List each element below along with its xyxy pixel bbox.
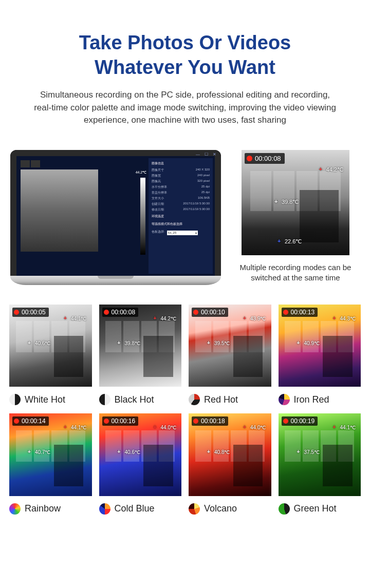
palette-swatch-icon bbox=[99, 394, 110, 405]
recording-timer: 00:00:16 bbox=[112, 418, 136, 425]
palette-name: Black Hot bbox=[115, 394, 154, 405]
palette-thumbnail: 00:00:0544.1℃40.6℃ bbox=[9, 305, 92, 387]
header: Take Photos Or Videos Whatever You Want … bbox=[0, 0, 370, 137]
recording-badge: 00:00:14 bbox=[12, 416, 49, 426]
info-key: 文件大小 bbox=[152, 196, 164, 201]
info-key: 修改日期 bbox=[152, 207, 164, 212]
info-key: 垂直分辨率 bbox=[152, 191, 167, 195]
palette-label-row: Green Hot bbox=[279, 503, 361, 515]
recording-badge: 00:00:18 bbox=[192, 416, 228, 426]
palette-label-row: Black Hot bbox=[99, 394, 182, 405]
palette-swatch-icon bbox=[9, 394, 21, 405]
info-header: 图像信息 bbox=[152, 161, 210, 166]
record-icon bbox=[104, 419, 109, 424]
info-key: 图像尺寸 bbox=[152, 168, 164, 173]
palette-card: 00:00:0844.2℃39.8℃Black Hot bbox=[99, 305, 182, 406]
temp-marker-mid: 39.8℃ bbox=[125, 340, 140, 346]
info-key: 图像高 bbox=[152, 179, 161, 184]
palette-name: Iron Red bbox=[294, 394, 329, 405]
palette-thumbnail: 00:00:1644.0℃40.6℃ bbox=[99, 413, 182, 496]
laptop-screen: — ☐ ✕ 44.2℃ 图像信息 图像尺寸240 X 320图像宽240 pix… bbox=[10, 150, 221, 276]
title-line-1: Take Photos Or Videos bbox=[79, 32, 291, 53]
info-row: 创建日期2017/11/19 5:30:30 bbox=[152, 202, 210, 206]
temp-marker-mid: 40.6℃ bbox=[125, 449, 140, 455]
palette-card: 00:00:1344.3℃40.9℃Iron Red bbox=[279, 305, 361, 406]
page-title: Take Photos Or Videos Whatever You Want bbox=[15, 31, 355, 80]
side-preview: 00:00:08 44.2℃ 39.8℃ 22.6℃ Multiple reco… bbox=[231, 150, 360, 283]
thumbnail[interactable] bbox=[31, 160, 40, 167]
info-value: 25 dpi bbox=[201, 185, 210, 189]
recording-timer: 00:00:08 bbox=[112, 309, 136, 316]
temp-marker-mid: 40.8℃ bbox=[214, 449, 230, 455]
info-row: 修改日期2017/11/19 5:30:30 bbox=[152, 207, 210, 212]
scale-top-temp: 44.2℃ bbox=[136, 170, 147, 175]
temp-marker-high: 44.1℃ bbox=[340, 425, 356, 430]
temp-marker-mid: 40.9℃ bbox=[304, 340, 320, 346]
recording-badge: 00:00:19 bbox=[282, 416, 318, 426]
recording-badge: 00:00:16 bbox=[102, 416, 139, 426]
close-icon[interactable]: ✕ bbox=[211, 152, 218, 157]
recording-badge: 00:00:05 bbox=[12, 308, 49, 317]
temp-marker-low: 22.6℃ bbox=[285, 238, 302, 245]
palette-thumbnail: 00:00:1944.1℃37.5℃ bbox=[279, 413, 361, 496]
info-value: 2017/11/19 5:30:30 bbox=[183, 207, 210, 212]
info-key: 水平分辨率 bbox=[152, 185, 167, 189]
palette-name: Rainbow bbox=[25, 503, 61, 514]
title-line-2: Whatever You Want bbox=[95, 56, 275, 78]
gradient-scale: 44.2℃ bbox=[100, 158, 149, 274]
temp-marker-mid: 37.5℃ bbox=[304, 449, 320, 455]
info-value: 25 dpi bbox=[201, 191, 210, 195]
palette-swatch-icon bbox=[9, 503, 21, 515]
laptop-base bbox=[10, 276, 221, 285]
temp-marker-high: 44.0℃ bbox=[250, 425, 266, 430]
record-icon bbox=[283, 310, 288, 315]
temp-marker-high: 43.9℃ bbox=[250, 316, 266, 321]
recording-timer: 00:00:05 bbox=[22, 309, 46, 316]
recording-timer: 00:00:19 bbox=[291, 418, 315, 425]
info-row: 文件大小106.5KB bbox=[152, 196, 210, 201]
palette-thumbnail: 00:00:0844.2℃39.8℃ bbox=[99, 305, 182, 387]
palette-card: 00:00:1043.9℃39.5℃Red Hot bbox=[189, 305, 271, 406]
palette-swatch-icon bbox=[189, 394, 200, 405]
recording-timer: 00:00:14 bbox=[22, 418, 46, 425]
palette-swatch-icon bbox=[279, 503, 290, 515]
palette-label-row: Iron Red bbox=[279, 394, 361, 405]
temp-marker-mid: 40.7℃ bbox=[35, 449, 50, 455]
info-value: 2017/11/19 5:30:30 bbox=[183, 202, 210, 206]
temp-marker-high: 44.1℃ bbox=[71, 316, 86, 321]
palette-label-row: Volcano bbox=[189, 503, 271, 515]
gradient-bar bbox=[140, 178, 145, 255]
record-icon bbox=[283, 419, 288, 424]
recording-badge: 00:00:13 bbox=[282, 308, 318, 317]
palette-thumbnail: 00:00:1444.1℃40.7℃ bbox=[9, 413, 92, 496]
temp-marker-high: 44.2℃ bbox=[161, 316, 176, 321]
palette-swatch-icon bbox=[279, 394, 290, 405]
thermal-preview bbox=[21, 169, 98, 252]
temp-marker-high: 44.3℃ bbox=[340, 316, 356, 321]
palette-card: 00:00:1944.1℃37.5℃Green Hot bbox=[279, 413, 361, 515]
palette-name: Volcano bbox=[204, 503, 237, 514]
recording-badge: 00:00:08 bbox=[245, 153, 285, 164]
software-preview-pane bbox=[18, 158, 100, 274]
info-key: 创建日期 bbox=[152, 202, 164, 206]
minimize-icon[interactable]: — bbox=[194, 152, 201, 157]
record-icon bbox=[14, 419, 19, 424]
maximize-icon[interactable]: ☐ bbox=[202, 152, 210, 157]
palette-name: Red Hot bbox=[204, 394, 238, 405]
section-2-label: 等温线模式和色板选择 bbox=[152, 222, 210, 226]
record-icon bbox=[193, 310, 198, 315]
palette-card: 00:00:0544.1℃40.6℃White Hot bbox=[9, 305, 92, 406]
palette-card: 00:00:1444.1℃40.7℃Rainbow bbox=[9, 413, 92, 515]
recording-badge: 00:00:08 bbox=[102, 308, 139, 317]
env-temp-label: 环境温度 bbox=[152, 214, 210, 219]
recording-timer: 00:00:10 bbox=[201, 309, 225, 316]
temp-marker-mid: 39.8℃ bbox=[282, 199, 299, 205]
info-row: 水平分辨率25 dpi bbox=[152, 185, 210, 189]
thumbnail[interactable] bbox=[21, 160, 30, 167]
palette-select[interactable]: lut_25 ▾ bbox=[167, 231, 198, 235]
laptop-mockup: — ☐ ✕ 44.2℃ 图像信息 图像尺寸240 X 320图像宽240 pix… bbox=[10, 150, 221, 285]
recording-timer: 00:00:18 bbox=[201, 418, 225, 425]
temp-marker-mid: 39.5℃ bbox=[214, 340, 230, 346]
palette-thumbnail: 00:00:1844.0℃40.8℃ bbox=[189, 413, 271, 496]
chevron-down-icon: ▾ bbox=[195, 231, 197, 235]
